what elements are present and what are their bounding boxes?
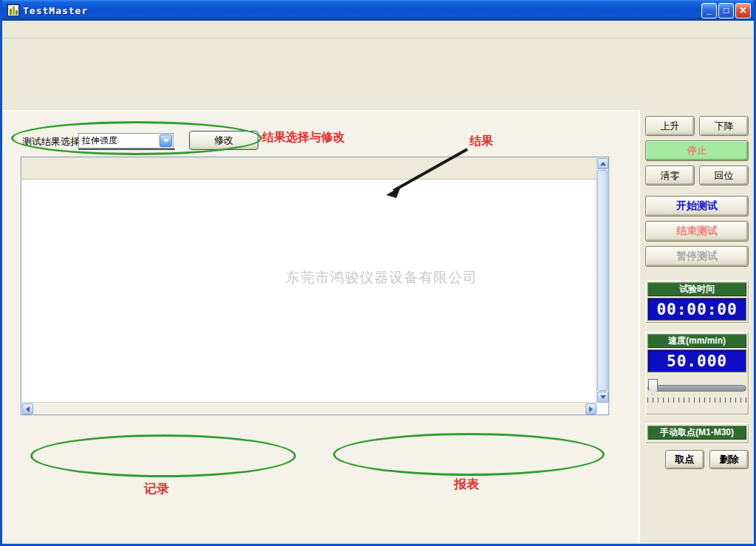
app-icon — [7, 4, 20, 17]
manual-points-panel: 手动取点(M1-M30) — [645, 423, 749, 443]
annotation-records: 记录 — [144, 480, 169, 497]
triangle-up-icon — [600, 162, 606, 165]
modify-button[interactable]: 修改 — [189, 131, 258, 150]
scroll-left-button[interactable] — [22, 403, 33, 414]
maximize-icon: □ — [724, 7, 729, 14]
close-icon: ✕ — [739, 7, 746, 14]
horizontal-scroll-track[interactable] — [34, 403, 585, 414]
jog-up-button[interactable]: 上升 — [645, 116, 695, 136]
window-title: TestMaster — [23, 5, 700, 16]
annotation-result: 结果 — [470, 134, 493, 149]
test-time-label: 试验时间 — [647, 282, 746, 296]
scroll-up-button[interactable] — [597, 158, 608, 169]
pause-test-button[interactable]: 暂停测试 — [645, 246, 749, 267]
manual-points-title: 手动取点(M1-M30) — [647, 426, 746, 440]
result-select-combobox[interactable]: 拉伸强度 — [78, 133, 173, 149]
triangle-down-icon — [600, 395, 606, 399]
start-test-button[interactable]: 开始测试 — [645, 196, 749, 216]
test-result-page: 测试结果选择 拉伸强度 修改 结果选择与修改 结果 东莞市鸿骏仪器设备有限公司 — [2, 110, 639, 542]
close-button[interactable]: ✕ — [735, 3, 751, 18]
horizontal-scrollbar[interactable] — [21, 402, 597, 414]
maximize-button[interactable]: □ — [718, 3, 734, 18]
menu-bar — [2, 21, 754, 38]
results-table: 东莞市鸿骏仪器设备有限公司 — [21, 157, 609, 415]
display-row — [2, 38, 754, 84]
pick-point-button[interactable]: 取点 — [665, 450, 704, 469]
triangle-left-icon — [26, 406, 30, 412]
slider-ticks — [647, 397, 746, 403]
control-panel: 上升 下降 停止 清零 回位 开始测试 结束测试 暂停测试 试验时间 00:00… — [639, 110, 754, 542]
title-bar: TestMaster _ □ ✕ — [2, 0, 754, 21]
vertical-scrollbar[interactable] — [596, 157, 608, 403]
test-time-value: 00:00:00 — [647, 298, 746, 321]
annotation-ellipse-reports — [333, 433, 605, 476]
scroll-down-button[interactable] — [597, 392, 608, 403]
delete-point-button[interactable]: 删除 — [709, 450, 749, 469]
stop-button[interactable]: 停止 — [645, 140, 749, 161]
slider-track[interactable] — [647, 385, 746, 392]
triangle-right-icon — [589, 406, 593, 412]
jog-down-button[interactable]: 下降 — [699, 116, 749, 136]
home-button[interactable]: 回位 — [699, 165, 749, 185]
vertical-scroll-thumb[interactable] — [597, 170, 608, 391]
minimize-button[interactable]: _ — [701, 3, 717, 18]
end-test-button[interactable]: 结束测试 — [645, 221, 749, 242]
speed-slider[interactable] — [647, 379, 746, 397]
speed-panel: 速度(mm/min) 50.000 — [645, 332, 749, 414]
speed-scale — [647, 403, 746, 412]
zero-button[interactable]: 清零 — [645, 165, 695, 185]
combobox-value: 拉伸强度 — [79, 134, 159, 147]
watermark: 东莞市鸿骏仪器设备有限公司 — [286, 268, 478, 287]
minimize-icon: _ — [707, 7, 712, 14]
table-header-row — [21, 157, 608, 180]
result-dropdown-list — [78, 149, 175, 150]
chevron-down-icon — [163, 139, 169, 143]
slider-thumb[interactable] — [648, 379, 658, 395]
speed-value: 50.000 — [647, 349, 746, 372]
scroll-right-button[interactable] — [585, 403, 597, 414]
combobox-dropdown-button[interactable] — [159, 134, 172, 147]
annotation-ellipse-records — [30, 434, 296, 477]
tab-strip — [2, 84, 754, 110]
result-select-label: 测试结果选择 — [22, 135, 80, 149]
speed-label: 速度(mm/min) — [647, 334, 746, 348]
test-time-panel: 试验时间 00:00:00 — [645, 280, 749, 323]
annotation-select-modify: 结果选择与修改 — [262, 130, 345, 146]
annotation-reports: 报表 — [454, 476, 479, 493]
